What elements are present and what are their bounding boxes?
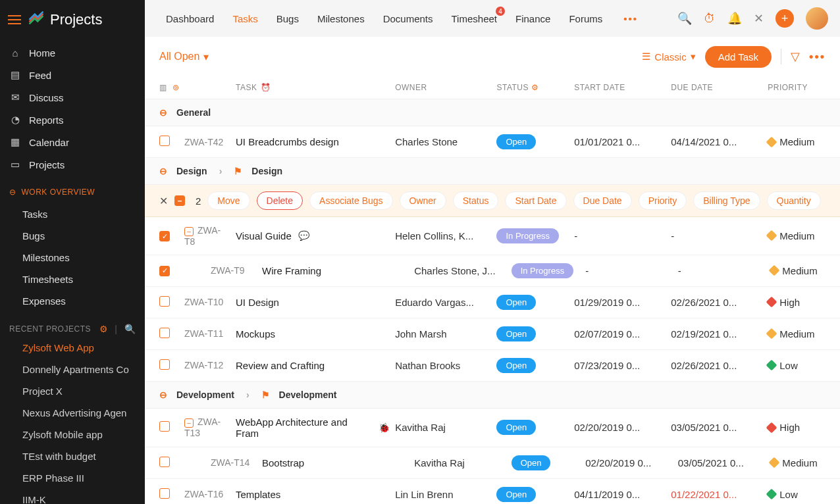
work-tasks[interactable]: Tasks [0,203,145,225]
tab-forums[interactable]: Forums [560,0,612,37]
status-badge[interactable]: Open [496,420,536,435]
bulk-quantity[interactable]: Quantity [767,191,821,210]
status-badge[interactable]: Open [512,455,551,470]
recent-project[interactable]: ERP Phase III [0,467,145,489]
status-badge[interactable]: Open [496,326,536,341]
tab-tasks[interactable]: Tasks [223,0,267,37]
columns-icon[interactable]: ▥ [159,83,167,92]
filter-all-open[interactable]: All Open▾ [159,51,209,63]
search-icon[interactable]: 🔍 [677,11,692,26]
chat-icon[interactable]: 💬 [298,230,309,241]
tab-finance[interactable]: Finance [506,0,560,37]
recent-project[interactable]: TEst with budget [0,445,145,467]
tab-timesheet[interactable]: Timesheet4 [442,0,506,37]
bulk-billing-type[interactable]: Billing Type [693,191,760,210]
tab-documents[interactable]: Documents [374,0,442,37]
more-tabs[interactable]: ••• [614,0,647,37]
nav-home[interactable]: ⌂Home [0,42,145,64]
bulk-delete[interactable]: Delete [257,191,303,210]
nav-calendar[interactable]: ▦Calendar [0,131,145,153]
task-row[interactable]: ZWA-T42UI Breadcrumbs designCharles Ston… [145,126,840,158]
row-checkbox[interactable] [159,359,170,370]
timer-icon[interactable]: ⏱ [704,12,716,26]
collapse-icon[interactable]: ⊖ [159,166,167,176]
tab-bugs[interactable]: Bugs [267,0,308,37]
bulk-start-date[interactable]: Start Date [505,191,566,210]
group-header[interactable]: ⊖General [145,99,840,126]
bulk-associate-bugs[interactable]: Associate Bugs [309,191,393,210]
col-priority[interactable]: PRIORITY [768,83,826,92]
row-checkbox[interactable] [159,136,170,146]
menu-toggle[interactable] [8,15,21,24]
row-checkbox[interactable] [159,231,170,241]
alert-icon: ⏰ [261,83,271,92]
bulk-move[interactable]: Move [207,191,249,210]
gear-icon[interactable]: ⚙ [531,83,539,92]
task-row[interactable]: ZWA-T16TemplatesLin Lin BrennOpen04/11/2… [145,479,840,505]
work-milestones[interactable]: Milestones [0,247,145,268]
tab-dashboard[interactable]: Dashboard [157,0,223,37]
col-due[interactable]: DUE DATE [671,83,762,92]
bug-icon[interactable]: 🐞 [379,422,390,433]
view-classic[interactable]: ☰ Classic ▾ [642,51,695,63]
search-icon[interactable]: 🔍 [124,324,136,334]
row-checkbox[interactable] [159,296,170,307]
row-checkbox[interactable] [159,328,170,338]
recent-project[interactable]: Zylsoft Mobile app [0,424,145,445]
work-bugs[interactable]: Bugs [0,225,145,247]
recent-project[interactable]: Donnelly Apartments Co [0,359,145,380]
bulk-owner[interactable]: Owner [400,191,446,210]
status-badge[interactable]: In Progress [496,228,558,243]
task-row[interactable]: ZWA-T11MockupsJohn MarshOpen02/07/2019 0… [145,318,840,350]
status-badge[interactable]: Open [496,295,536,310]
bulk-due-date[interactable]: Due Date [573,191,632,210]
nav-projects[interactable]: ▭Projects [0,153,145,176]
row-checkbox[interactable] [159,457,170,467]
bulk-priority[interactable]: Priority [639,191,687,210]
status-badge[interactable]: Open [496,358,536,373]
add-button[interactable]: + [775,9,794,28]
task-row[interactable]: –ZWA-T8Visual Guide💬Helen Collins, K...I… [145,217,840,255]
recent-project[interactable]: Zylsoft Web App [0,337,145,359]
tab-milestones[interactable]: Milestones [308,0,374,37]
col-task[interactable]: TASK [236,83,257,92]
col-start[interactable]: START DATE [574,83,666,92]
group-header[interactable]: ⊖Design›⚑Design [145,158,840,185]
close-icon[interactable]: ✕ [159,195,168,207]
collapse-icon[interactable]: ⊖ [159,390,167,400]
recent-project[interactable]: Nexus Advertising Agen [0,402,145,424]
task-row[interactable]: ZWA-T9Wire FramingCharles Stone, J...In … [145,255,840,287]
recent-project[interactable]: Project X [0,380,145,402]
more-icon[interactable]: ••• [809,50,826,64]
select-all-checkbox[interactable] [174,195,185,206]
filter-icon[interactable]: ▽ [791,49,800,64]
bulk-status[interactable]: Status [453,191,499,210]
task-row[interactable]: ZWA-T12Review and CraftingNathan BrooksO… [145,350,840,382]
status-badge[interactable]: In Progress [512,263,573,278]
avatar[interactable] [806,7,828,30]
collapse-icon[interactable]: ⊖ [159,107,167,118]
task-row[interactable]: ZWA-T10UI DesignEduardo Vargas...Open01/… [145,287,840,318]
status-badge[interactable]: Open [496,134,536,149]
work-timesheets[interactable]: Timesheets [0,268,145,290]
add-task-button[interactable]: Add Task [705,46,772,68]
row-checkbox[interactable] [159,266,170,276]
nav-feed[interactable]: ▤Feed [0,64,145,86]
work-overview-header[interactable]: ⊖ WORK OVERVIEW [0,178,145,201]
expand-all-icon[interactable]: ⊚ [172,83,180,92]
bell-icon[interactable]: 🔔 [727,11,742,26]
row-checkbox[interactable] [159,421,170,432]
task-row[interactable]: –ZWA-T13WebApp Architecture and Fram🐞Kav… [145,409,840,447]
nav-discuss[interactable]: ✉Discuss [0,86,145,109]
status-badge[interactable]: Open [496,487,536,502]
tools-icon[interactable]: ✕ [754,11,764,26]
nav-reports[interactable]: ◔Reports [0,109,145,131]
recent-project[interactable]: IIM-K [0,489,145,504]
group-header[interactable]: ⊖Development›⚑Development [145,382,840,409]
settings-icon[interactable]: ⚙ [99,324,109,334]
row-checkbox[interactable] [159,488,170,499]
task-row[interactable]: ZWA-T14BootstrapKavitha RajOpen02/20/201… [145,447,840,479]
work-expenses[interactable]: Expenses [0,290,145,312]
col-owner[interactable]: OWNER [395,83,491,92]
col-status[interactable]: STATUS [496,83,529,92]
